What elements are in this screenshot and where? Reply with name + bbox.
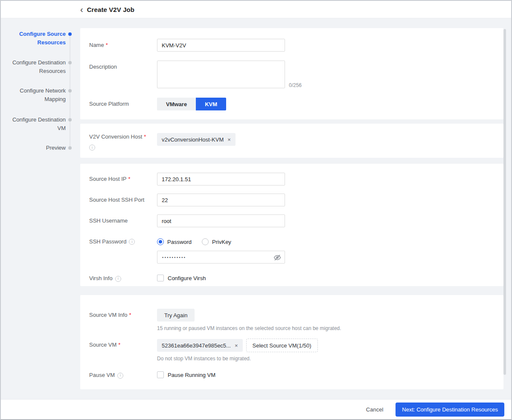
wizard-footer: Cancel Next: Configure Destination Resou… — [1, 399, 511, 419]
step-configure-destination-vm[interactable]: Configure Destination VM — [1, 116, 80, 133]
step-label: Configure Destination Resources — [5, 58, 66, 75]
step-label: Configure Destination VM — [5, 116, 66, 133]
step-dot-icon — [68, 61, 72, 64]
password-masked-value: •••••••••• — [162, 255, 186, 260]
source-host-ip-label: Source Host IP* — [89, 173, 157, 185]
ssh-port-input[interactable] — [157, 194, 285, 206]
basic-info-card: Name* Description 0/256 Source Platform … — [80, 28, 503, 119]
page-body: Configure Source Resources Configure Des… — [1, 18, 511, 400]
create-v2v-job-window: ‹ Create V2V Job Configure Source Resour… — [0, 0, 512, 420]
source-vm-hint: Do not stop VM instances to be migrated. — [157, 356, 318, 362]
step-label: Preview — [46, 144, 66, 152]
page-header: ‹ Create V2V Job — [1, 1, 511, 18]
step-configure-destination-resources[interactable]: Configure Destination Resources — [1, 58, 80, 75]
conversion-host-card: V2V Conversion Host* i v2vConversionHost… — [80, 124, 503, 158]
name-label: Name* — [89, 39, 157, 52]
step-configure-source-resources[interactable]: Configure Source Resources — [1, 30, 80, 47]
password-input[interactable]: •••••••••• — [157, 251, 285, 264]
required-mark: * — [106, 42, 108, 48]
required-mark: * — [144, 133, 146, 140]
auth-type-radios: Password PrivKey — [157, 238, 285, 246]
description-label: Description — [89, 61, 157, 71]
cancel-button[interactable]: Cancel — [366, 406, 383, 413]
ssh-port-label: Source Host SSH Port — [89, 194, 157, 206]
step-dot-icon — [68, 32, 72, 36]
tag-text: v2vConversionHost-KVM — [162, 136, 224, 143]
source-vm-card: Source VM Info* Try Again 15 running or … — [80, 295, 503, 389]
required-mark: * — [129, 312, 131, 318]
step-preview[interactable]: Preview — [1, 144, 80, 152]
source-vm-info-label: Source VM Info* — [89, 309, 157, 322]
virsh-info-label: Virsh Infoi — [89, 275, 157, 282]
step-label: Configure Source Resources — [5, 30, 66, 47]
privkey-radio[interactable] — [202, 238, 209, 245]
step-dot-icon — [68, 89, 72, 93]
select-source-vm-button[interactable]: Select Source VM(1/50) — [246, 339, 318, 352]
ssh-username-label: SSH Username — [89, 214, 157, 227]
required-mark: * — [128, 176, 130, 182]
tag-text: 52361ea66e3947e985ec5... — [162, 342, 231, 349]
step-dot-icon — [68, 146, 72, 150]
configure-virsh-label: Configure Virsh — [168, 275, 206, 282]
scrollbar-thumb[interactable] — [503, 29, 506, 375]
password-radio[interactable] — [157, 238, 164, 245]
try-again-button[interactable]: Try Again — [157, 309, 195, 322]
pause-vm-label: Pause VMi — [89, 371, 157, 379]
pause-running-vm-checkbox[interactable] — [157, 371, 164, 378]
name-input[interactable] — [157, 39, 285, 52]
info-icon[interactable]: i — [115, 276, 121, 282]
description-input[interactable] — [157, 61, 285, 88]
remove-tag-icon[interactable]: × — [235, 343, 238, 348]
source-vm-label: Source VM* — [89, 339, 157, 351]
toggle-password-visibility-icon[interactable] — [273, 254, 281, 261]
info-icon[interactable]: i — [117, 373, 123, 379]
source-host-card: Source Host IP* Source Host SSH Port SSH… — [80, 164, 503, 286]
wizard-sidebar: Configure Source Resources Configure Des… — [1, 18, 80, 400]
ssh-username-input[interactable] — [157, 214, 285, 227]
next-button[interactable]: Next: Configure Destination Resources — [396, 403, 504, 417]
source-host-ip-input[interactable] — [157, 173, 285, 185]
info-icon[interactable]: i — [89, 145, 95, 151]
source-platform-toggle: VMware KVM — [157, 98, 226, 110]
remove-tag-icon[interactable]: × — [227, 137, 231, 142]
ssh-password-group: Password PrivKey •••••••••• — [157, 235, 285, 264]
source-vm-info-hint: 15 running or paused VM instances on the… — [157, 325, 341, 331]
source-vm-info-group: Try Again 15 running or paused VM instan… — [157, 309, 341, 331]
privkey-radio-label: PrivKey — [212, 239, 231, 245]
step-dot-icon — [68, 118, 72, 122]
conversion-host-tag: v2vConversionHost-KVM × — [157, 133, 236, 146]
required-mark: * — [118, 342, 120, 348]
pause-running-vm-label: Pause Running VM — [168, 371, 215, 379]
conversion-host-label: V2V Conversion Host* i — [89, 132, 157, 152]
source-vm-tag: 52361ea66e3947e985ec5... × — [157, 339, 243, 352]
ssh-password-label: SSH Passwordi — [89, 235, 157, 246]
step-configure-network-mapping[interactable]: Configure Network Mapping — [1, 87, 80, 104]
platform-vmware-button[interactable]: VMware — [157, 98, 196, 110]
password-radio-label: Password — [167, 239, 192, 245]
info-icon[interactable]: i — [129, 239, 135, 245]
back-icon[interactable]: ‹ — [80, 6, 83, 13]
page-title: Create V2V Job — [87, 6, 134, 13]
char-counter: 0/256 — [289, 82, 302, 88]
step-label: Configure Network Mapping — [5, 87, 66, 104]
platform-kvm-button[interactable]: KVM — [196, 98, 226, 110]
source-platform-label: Source Platform — [89, 98, 157, 110]
configure-virsh-checkbox[interactable] — [157, 275, 164, 281]
source-vm-group: 52361ea66e3947e985ec5... × Select Source… — [157, 339, 318, 362]
